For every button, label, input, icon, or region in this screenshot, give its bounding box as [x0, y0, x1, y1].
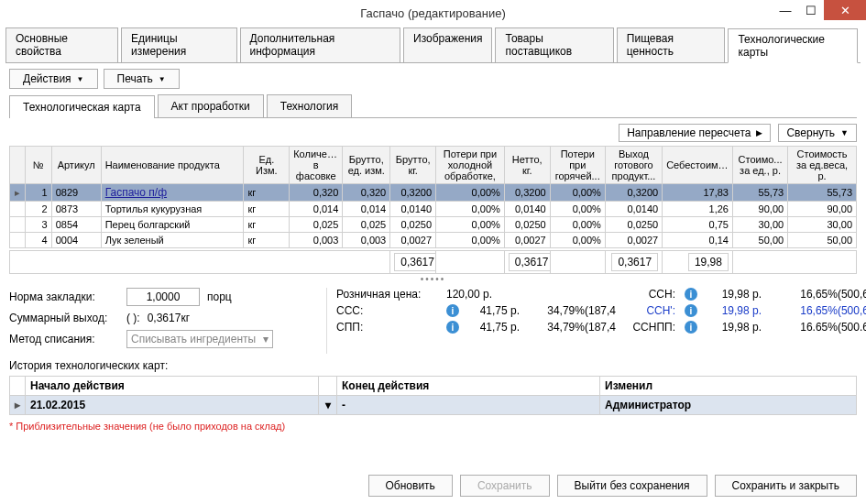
window-title: Гаспачо (редактирование)	[360, 6, 505, 20]
lower-panel: Норма закладки: порц Суммарный выход: ( …	[9, 288, 857, 354]
sum-value: 0,3617кг	[148, 312, 190, 324]
info-icon[interactable]: i	[685, 304, 697, 317]
product-link[interactable]: Гаспачо п/ф	[105, 186, 167, 199]
info-icon[interactable]: i	[685, 288, 697, 301]
grid-header: №АртикулНаименование продуктаЕд. Изм. Ко…	[10, 147, 857, 184]
tab-tech-cards[interactable]: Технологические карты	[728, 28, 858, 63]
sum-label: Суммарный выход:	[9, 312, 119, 324]
collapse-button[interactable]: Свернуть▼	[778, 124, 857, 142]
history-row[interactable]: ▸21.02.2015 ▾ -Администратор	[10, 396, 857, 415]
info-icon[interactable]: i	[446, 321, 459, 334]
save-close-button[interactable]: Сохранить и закрыть	[715, 475, 857, 497]
splitter[interactable]: •••••	[0, 274, 866, 288]
method-label: Метод списания:	[9, 333, 119, 345]
caret-icon: ▼	[840, 128, 849, 137]
ingredients-grid: №АртикулНаименование продуктаЕд. Изм. Ко…	[9, 146, 857, 274]
actions-dropdown[interactable]: Действия▼	[9, 69, 98, 89]
table-row[interactable]: 20873Тортилья кукурузнаякг0,0140,0140,01…	[10, 202, 857, 217]
refresh-button[interactable]: Обновить	[368, 475, 453, 497]
history-section: История технологических карт: Начало дей…	[9, 359, 857, 415]
info-icon[interactable]: i	[685, 321, 697, 334]
tab-nutrition[interactable]: Пищевая ценность	[617, 27, 726, 62]
table-row[interactable]: 40004Лук зеленыйкг0,0030,0030,00270,00%0…	[10, 233, 857, 248]
minimize-button[interactable]: —	[773, 0, 798, 20]
tab-images[interactable]: Изображения	[403, 27, 492, 62]
print-dropdown[interactable]: Печать▼	[104, 69, 180, 89]
inner-tabs: Технологическая карта Акт проработки Тех…	[9, 94, 857, 118]
tab-units[interactable]: Единицы измерения	[121, 27, 237, 62]
norm-label: Норма закладки:	[9, 290, 119, 303]
norm-unit: порц	[207, 290, 232, 303]
date-picker-icon[interactable]: ▾	[319, 396, 337, 415]
warning-text: * Приблизительные значения (не было прих…	[9, 421, 857, 432]
tab-technology[interactable]: Технология	[267, 94, 353, 117]
caret-icon: ▼	[77, 75, 84, 83]
exit-button[interactable]: Выйти без сохранения	[557, 475, 707, 497]
titlebar: Гаспачо (редактирование) — ☐ ✕	[0, 0, 866, 26]
maximize-button[interactable]: ☐	[798, 0, 824, 20]
save-button: Сохранить	[460, 475, 550, 497]
table-row[interactable]: 30854Перец болгарскийкг0,0250,0250,02500…	[10, 217, 857, 233]
info-icon[interactable]: i	[446, 304, 459, 317]
totals-row: 0,3617 0,3617 0,3617 19,98	[10, 251, 857, 274]
outer-tabs: Основные свойства Единицы измерения Допо…	[5, 27, 861, 63]
arrow-right-icon: ▶	[756, 128, 762, 137]
caret-icon: ▾	[263, 333, 269, 345]
tab-extra-info[interactable]: Дополнительная информация	[240, 27, 401, 62]
history-header: Начало действияКонец действияИзменил	[10, 377, 857, 396]
window-buttons: — ☐ ✕	[773, 0, 866, 20]
tab-tech-card[interactable]: Технологическая карта	[9, 95, 155, 118]
history-title: История технологических карт:	[9, 359, 857, 372]
toolbar: Действия▼ Печать▼	[0, 63, 866, 94]
tab-general[interactable]: Основные свойства	[5, 27, 118, 62]
caret-icon: ▼	[159, 75, 166, 83]
footer-buttons: Обновить Сохранить Выйти без сохранения …	[368, 475, 857, 497]
tab-test-act[interactable]: Акт проработки	[158, 94, 264, 117]
close-button[interactable]: ✕	[824, 0, 866, 20]
tab-supplier-goods[interactable]: Товары поставщиков	[495, 27, 613, 62]
table-row[interactable]: ▸10829Гаспачо п/фкг0,3200,3200,32000,00%…	[10, 184, 857, 202]
recalc-direction-button[interactable]: Направление пересчета▶	[619, 124, 771, 142]
recalc-bar: Направление пересчета▶ Свернуть▼	[0, 118, 866, 146]
norm-input[interactable]	[126, 288, 200, 306]
method-combo[interactable]: Списывать ингредиенты▾	[126, 330, 273, 348]
